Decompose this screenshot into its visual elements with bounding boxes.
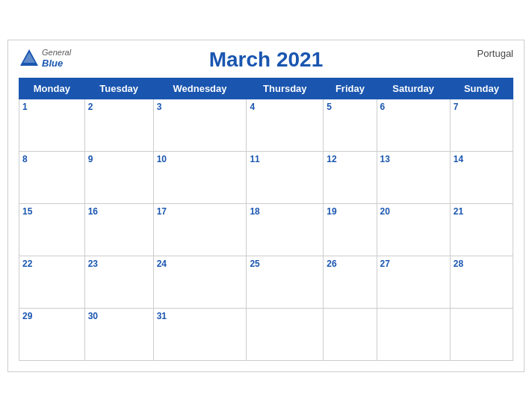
day-number: 10 — [157, 154, 167, 164]
day-number: 18 — [250, 206, 259, 217]
calendar-week-2: 891011121314 — [19, 151, 513, 203]
day-number: 12 — [327, 154, 336, 164]
calendar-cell: 20 — [377, 203, 450, 256]
calendar-cell: 23 — [84, 256, 153, 308]
day-number: 22 — [22, 259, 32, 269]
day-number: 16 — [88, 206, 98, 217]
header-tuesday: Tuesday — [84, 78, 153, 99]
day-number: 20 — [380, 206, 390, 217]
day-number: 5 — [327, 102, 332, 112]
day-number: 3 — [157, 102, 162, 112]
logo-area: General Blue — [19, 48, 71, 69]
calendar-header: General Blue March 2021 Portugal — [19, 48, 513, 72]
calendar-cell: 16 — [84, 203, 153, 256]
calendar-cell: 27 — [377, 256, 450, 308]
calendar-title: March 2021 — [209, 48, 324, 72]
day-number: 21 — [454, 206, 463, 217]
day-number: 31 — [157, 311, 167, 321]
header-sunday: Sunday — [450, 78, 513, 99]
calendar-cell: 15 — [19, 203, 85, 256]
calendar-cell: 11 — [247, 151, 324, 203]
calendar-cell: 19 — [324, 203, 377, 256]
calendar-cell: 22 — [19, 256, 85, 308]
calendar-cell: 17 — [153, 203, 247, 256]
day-number: 28 — [454, 259, 463, 269]
day-number: 11 — [250, 154, 259, 164]
day-number: 15 — [22, 206, 32, 217]
day-number: 14 — [454, 154, 463, 164]
calendar-week-4: 22232425262728 — [19, 256, 513, 308]
day-number: 8 — [22, 154, 28, 164]
header-thursday: Thursday — [247, 78, 324, 99]
calendar-body: 1234567891011121314151617181920212223242… — [19, 99, 513, 360]
calendar-cell: 24 — [153, 256, 247, 308]
calendar-cell: 7 — [450, 99, 513, 151]
calendar-cell: 6 — [377, 99, 450, 151]
day-number: 30 — [88, 311, 98, 321]
calendar-cell: 3 — [153, 99, 247, 151]
calendar-cell — [450, 308, 513, 360]
calendar-cell: 26 — [324, 256, 377, 308]
calendar-cell: 8 — [19, 151, 85, 203]
calendar-cell: 30 — [84, 308, 153, 360]
calendar-cell: 13 — [377, 151, 450, 203]
day-number: 2 — [88, 102, 93, 112]
day-number: 9 — [88, 154, 93, 164]
header-saturday: Saturday — [377, 78, 450, 99]
calendar-cell: 12 — [324, 151, 377, 203]
day-number: 6 — [380, 102, 386, 112]
header-friday: Friday — [324, 78, 377, 99]
day-number: 1 — [22, 102, 28, 112]
calendar-cell: 14 — [450, 151, 513, 203]
day-number: 29 — [22, 311, 32, 321]
calendar-cell: 9 — [84, 151, 153, 203]
calendar-cell: 10 — [153, 151, 247, 203]
day-number: 23 — [88, 259, 98, 269]
logo-general: General — [42, 48, 71, 58]
calendar-cell: 18 — [247, 203, 324, 256]
day-number: 19 — [327, 206, 336, 217]
header-wednesday: Wednesday — [153, 78, 247, 99]
day-number: 27 — [380, 259, 390, 269]
calendar-cell: 2 — [84, 99, 153, 151]
calendar-week-5: 293031 — [19, 308, 513, 360]
country-label: Portugal — [477, 48, 513, 59]
calendar-grid: Monday Tuesday Wednesday Thursday Friday… — [19, 78, 513, 361]
weekday-header-row: Monday Tuesday Wednesday Thursday Friday… — [19, 78, 513, 99]
header-monday: Monday — [19, 78, 85, 99]
calendar-cell: 21 — [450, 203, 513, 256]
calendar-cell: 1 — [19, 99, 85, 151]
calendar-cell: 28 — [450, 256, 513, 308]
calendar-cell — [324, 308, 377, 360]
day-number: 26 — [327, 259, 336, 269]
calendar-week-1: 1234567 — [19, 99, 513, 151]
calendar-cell: 25 — [247, 256, 324, 308]
logo-text: General Blue — [42, 48, 71, 69]
logo-icon — [19, 48, 40, 69]
calendar-cell — [377, 308, 450, 360]
day-number: 7 — [454, 102, 459, 112]
calendar-week-3: 15161718192021 — [19, 203, 513, 256]
calendar-cell: 5 — [324, 99, 377, 151]
day-number: 24 — [157, 259, 167, 269]
calendar-cell — [247, 308, 324, 360]
calendar-cell: 29 — [19, 308, 85, 360]
calendar-cell: 4 — [247, 99, 324, 151]
day-number: 17 — [157, 206, 167, 217]
calendar-container: General Blue March 2021 Portugal Monday … — [7, 40, 525, 372]
day-number: 13 — [380, 154, 390, 164]
logo-blue: Blue — [42, 58, 71, 69]
day-number: 25 — [250, 259, 259, 269]
day-number: 4 — [250, 102, 255, 112]
calendar-cell: 31 — [153, 308, 247, 360]
